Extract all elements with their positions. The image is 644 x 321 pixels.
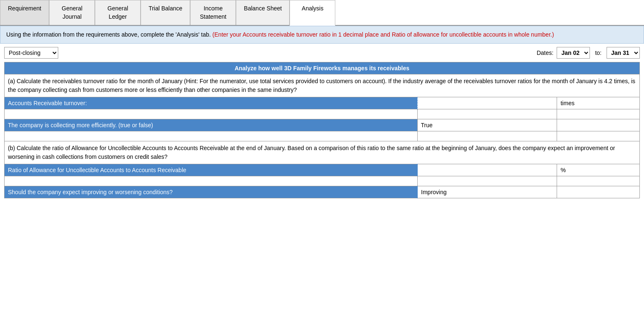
expect-input[interactable] xyxy=(421,189,553,195)
tabs-container: Requirement GeneralJournal GeneralLedger… xyxy=(0,0,644,26)
section-a-text: (a) Calculate the receivables turnover r… xyxy=(5,74,640,97)
expect-label: Should the company expect improving or w… xyxy=(5,186,418,198)
tab-general-ledger[interactable]: GeneralLedger xyxy=(95,0,141,25)
collecting-label: The company is collecting more efficient… xyxy=(5,119,418,131)
tab-trial-balance[interactable]: Trial Balance xyxy=(141,0,190,25)
dates-label: Dates: xyxy=(537,49,553,56)
expect-input-cell[interactable] xyxy=(417,186,557,198)
tab-requirement[interactable]: Requirement xyxy=(0,0,49,25)
tab-balance-sheet[interactable]: Balance Sheet xyxy=(236,0,290,25)
to-date-dropdown[interactable]: Jan 31 xyxy=(607,47,640,59)
expect-row: Should the company expect improving or w… xyxy=(5,186,640,198)
collecting-row: The company is collecting more efficient… xyxy=(5,119,640,131)
empty-row-1 xyxy=(5,109,640,119)
ratio-row: Ratio of Allowance for Uncollectible Acc… xyxy=(5,164,640,176)
ar-turnover-label: Accounts Receivable turnover: xyxy=(5,97,418,109)
analysis-table: Analyze how well 3D Family Fireworks man… xyxy=(4,62,640,198)
info-static-text: Using the information from the requireme… xyxy=(6,31,213,38)
section-b-row: (b) Calculate the ratio of Allowance for… xyxy=(5,141,640,164)
empty-row-3 xyxy=(5,176,640,186)
info-red-text: (Enter your Accounts receivable turnover… xyxy=(213,31,554,38)
table-header: Analyze how well 3D Family Fireworks man… xyxy=(5,62,640,74)
collecting-input[interactable] xyxy=(421,122,554,128)
to-label: to: xyxy=(595,49,602,56)
tab-general-journal[interactable]: GeneralJournal xyxy=(49,0,95,25)
ar-turnover-unit: times xyxy=(557,97,640,109)
period-dropdown[interactable]: Post-closing xyxy=(4,47,58,59)
section-a-row: (a) Calculate the receivables turnover r… xyxy=(5,74,640,97)
ratio-input[interactable] xyxy=(421,167,553,173)
ratio-input-cell[interactable] xyxy=(417,164,557,176)
section-b-text: (b) Calculate the ratio of Allowance for… xyxy=(5,141,640,164)
ar-turnover-row: Accounts Receivable turnover: times xyxy=(5,97,640,109)
main-content: Analyze how well 3D Family Fireworks man… xyxy=(0,62,644,202)
tab-analysis[interactable]: Analysis xyxy=(290,0,335,26)
controls-row: Post-closing Dates: Jan 02 to: Jan 31 xyxy=(0,44,644,62)
ratio-label: Ratio of Allowance for Uncollectible Acc… xyxy=(5,164,418,176)
collecting-input-cell[interactable] xyxy=(417,119,557,131)
tab-income-statement[interactable]: IncomeStatement xyxy=(190,0,236,25)
empty-row-2 xyxy=(5,131,640,141)
from-date-dropdown[interactable]: Jan 02 xyxy=(557,47,590,59)
ar-turnover-input-cell[interactable] xyxy=(417,97,557,109)
ar-turnover-input[interactable] xyxy=(421,100,553,106)
info-bar: Using the information from the requireme… xyxy=(0,26,644,44)
ratio-unit: % xyxy=(557,164,640,176)
